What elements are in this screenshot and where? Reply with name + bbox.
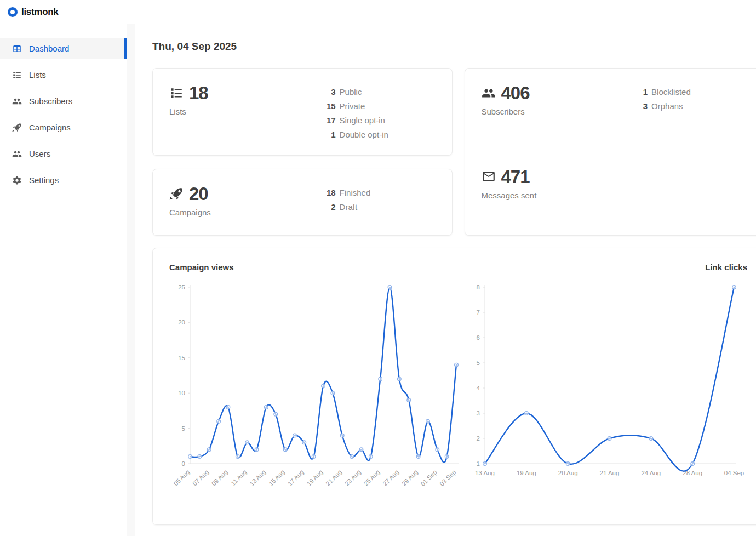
- link-clicks-title: Link clicks: [705, 263, 747, 272]
- rocket-icon: [169, 187, 184, 201]
- users-icon: [482, 86, 496, 100]
- charts-card: Campaign views Link clicks 051015202505 …: [152, 248, 756, 525]
- sidebar-item-label: Subscribers: [29, 96, 72, 106]
- subscribers-section: 406 Subscribers 1Blocklisted 3Orphans: [465, 69, 756, 152]
- svg-text:15: 15: [178, 355, 185, 361]
- campaign-views-chart: 051015202505 Aug07 Aug09 Aug11 Aug13 Aug…: [169, 281, 465, 503]
- sidebar-item-campaigns[interactable]: Campaigns: [0, 117, 127, 138]
- lists-breakdown: 3Public 15Private 17Single opt-in 1Doubl…: [324, 84, 388, 140]
- email-icon: [482, 169, 496, 184]
- scrollbar-track[interactable]: [127, 24, 135, 536]
- svg-text:19 Aug: 19 Aug: [517, 470, 536, 476]
- stat-row: 2Draft: [324, 200, 371, 214]
- listmonk-logo[interactable]: listmonk: [8, 7, 59, 18]
- lists-summary: 18 Lists: [169, 84, 324, 140]
- campaign-views-title: Campaign views: [169, 263, 234, 272]
- svg-text:7: 7: [477, 309, 480, 316]
- svg-text:29 Aug: 29 Aug: [400, 469, 419, 487]
- subscribers-summary: 406 Subscribers: [482, 84, 636, 136]
- sidebar-item-label: Settings: [29, 175, 59, 185]
- subscribers-breakdown: 1Blocklisted 3Orphans: [635, 84, 691, 136]
- svg-text:19 Aug: 19 Aug: [306, 469, 324, 487]
- svg-text:11 Aug: 11 Aug: [230, 469, 248, 487]
- subscribers-count: 406: [501, 84, 530, 102]
- messages-section: 471 Messages sent: [465, 152, 756, 236]
- sidebar-item-subscribers[interactable]: Subscribers: [0, 90, 127, 112]
- svg-text:24 Aug: 24 Aug: [641, 470, 661, 476]
- subscribers-messages-card: 406 Subscribers 1Blocklisted 3Orphans: [465, 68, 756, 236]
- svg-text:3: 3: [477, 410, 480, 417]
- sidebar-item-label: Lists: [29, 70, 46, 79]
- campaigns-card: 20 Campaigns 18Finished 2Draft: [152, 169, 453, 236]
- users-icon: [12, 149, 22, 159]
- svg-text:8: 8: [477, 284, 480, 290]
- page-title: Thu, 04 Sep 2025: [152, 41, 756, 53]
- svg-text:03 Sep: 03 Sep: [438, 469, 457, 487]
- svg-text:21 Aug: 21 Aug: [600, 470, 620, 476]
- messages-count: 471: [501, 168, 530, 186]
- sidebar: Dashboard Lists Subscribers Campaigns Us…: [0, 24, 127, 536]
- stat-row: 15Private: [324, 99, 388, 113]
- link-clicks-chart: 1234567813 Aug19 Aug20 Aug21 Aug24 Aug28…: [465, 281, 747, 503]
- stat-row: 1Blocklisted: [635, 85, 691, 99]
- listmonk-ring-icon: [8, 7, 18, 17]
- svg-text:20 Aug: 20 Aug: [558, 470, 578, 476]
- campaigns-count: 20: [189, 185, 208, 203]
- messages-summary: 471 Messages sent: [482, 168, 636, 220]
- lists-label: Lists: [169, 107, 324, 116]
- main-content: Thu, 04 Sep 2025 18 Lists 3Public 15Priv…: [135, 24, 756, 536]
- campaigns-summary: 20 Campaigns: [169, 185, 324, 220]
- stat-row: 1Double opt-in: [324, 128, 388, 142]
- svg-text:05 Aug: 05 Aug: [173, 469, 191, 487]
- lists-count: 18: [189, 84, 208, 102]
- sidebar-item-label: Users: [29, 149, 50, 158]
- svg-text:21 Aug: 21 Aug: [324, 469, 343, 487]
- stat-row: 3Orphans: [635, 99, 691, 113]
- stat-row: 17Single opt-in: [324, 113, 388, 128]
- svg-text:2: 2: [477, 435, 480, 442]
- svg-text:09 Aug: 09 Aug: [210, 469, 229, 487]
- svg-text:04 Sep: 04 Sep: [724, 470, 744, 476]
- dashboard-icon: [12, 44, 22, 54]
- svg-text:5: 5: [477, 360, 480, 366]
- sidebar-nav: Dashboard Lists Subscribers Campaigns Us…: [0, 38, 127, 191]
- svg-text:25 Aug: 25 Aug: [363, 469, 381, 487]
- svg-text:23 Aug: 23 Aug: [343, 469, 362, 487]
- svg-text:5: 5: [182, 425, 185, 432]
- messages-label: Messages sent: [482, 191, 636, 200]
- sidebar-item-dashboard[interactable]: Dashboard: [0, 38, 127, 59]
- svg-text:27 Aug: 27 Aug: [381, 469, 400, 487]
- users-icon: [12, 96, 22, 106]
- sidebar-item-label: Campaigns: [29, 123, 71, 132]
- gear-icon: [12, 175, 22, 185]
- svg-text:6: 6: [477, 334, 480, 341]
- stats-cards: 18 Lists 3Public 15Private 17Single opt-…: [152, 68, 756, 236]
- svg-text:1: 1: [477, 460, 480, 467]
- svg-text:13 Aug: 13 Aug: [475, 470, 495, 476]
- rocket-icon: [12, 123, 22, 133]
- top-bar: listmonk: [0, 0, 756, 24]
- svg-text:0: 0: [182, 460, 185, 467]
- svg-text:25: 25: [178, 284, 185, 290]
- list-icon: [12, 70, 22, 80]
- sidebar-item-lists[interactable]: Lists: [0, 64, 127, 85]
- svg-text:07 Aug: 07 Aug: [191, 469, 210, 487]
- brand-name: listmonk: [21, 7, 59, 18]
- svg-text:15 Aug: 15 Aug: [267, 469, 286, 487]
- sidebar-item-settings[interactable]: Settings: [0, 169, 127, 191]
- svg-text:17 Aug: 17 Aug: [287, 469, 305, 487]
- sidebar-item-label: Dashboard: [29, 44, 69, 53]
- campaigns-breakdown: 18Finished 2Draft: [324, 185, 371, 220]
- list-icon: [169, 86, 184, 100]
- svg-text:01 Sep: 01 Sep: [419, 469, 438, 487]
- svg-text:13 Aug: 13 Aug: [248, 469, 267, 487]
- svg-text:20: 20: [178, 319, 185, 326]
- stat-row: 3Public: [324, 85, 388, 99]
- svg-text:4: 4: [477, 385, 480, 391]
- lists-card: 18 Lists 3Public 15Private 17Single opt-…: [152, 68, 453, 156]
- sidebar-item-users[interactable]: Users: [0, 143, 127, 164]
- campaigns-label: Campaigns: [169, 208, 324, 217]
- subscribers-label: Subscribers: [482, 107, 636, 116]
- stat-row: 18Finished: [324, 186, 371, 200]
- svg-text:10: 10: [178, 390, 185, 396]
